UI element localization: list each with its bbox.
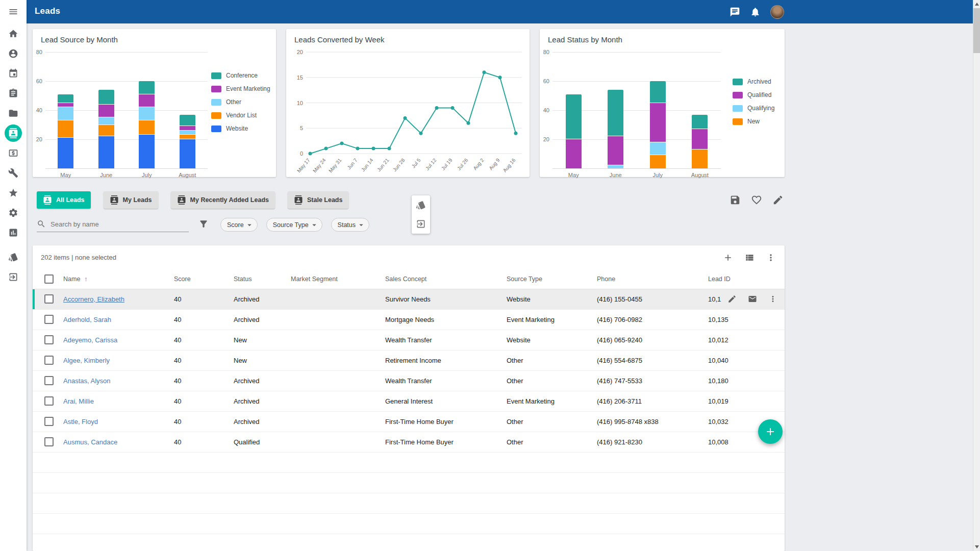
tab-label: All Leads xyxy=(56,196,85,204)
filter-chip-score[interactable]: Score xyxy=(220,218,258,232)
lead-name-link[interactable]: Accornero, Elizabeth xyxy=(63,295,124,303)
tab-stale-leads[interactable]: Stale Leads xyxy=(288,191,348,209)
row-checkbox[interactable] xyxy=(44,315,54,324)
table-row[interactable]: Adeyemo, Carissa40NewWealth TransferWebs… xyxy=(33,330,785,350)
page-scrollbar[interactable] xyxy=(973,0,980,551)
scrollbar-thumb[interactable] xyxy=(973,8,980,53)
lead-name-link[interactable]: Astle, Floyd xyxy=(63,418,98,425)
leads-icon xyxy=(110,195,119,205)
x-tick-label: June xyxy=(595,172,637,178)
cell-sales-concept: Retirement Income xyxy=(383,350,505,370)
row-checkbox[interactable] xyxy=(44,396,54,406)
tags-button[interactable] xyxy=(416,200,426,210)
row-checkbox[interactable] xyxy=(44,437,54,446)
svg-text:0: 0 xyxy=(300,151,303,157)
sidebar-item-tags[interactable] xyxy=(0,247,27,267)
row-pencil-button[interactable] xyxy=(727,294,737,304)
sidebar-item-tools[interactable] xyxy=(0,163,27,183)
filter-button[interactable] xyxy=(198,219,209,229)
scroll-down-arrow[interactable] xyxy=(975,545,979,548)
cell-score: 40 xyxy=(172,330,232,350)
row-checkbox[interactable] xyxy=(44,335,54,344)
plus-button[interactable] xyxy=(723,253,733,263)
lead-name-link[interactable]: Anastas, Alyson xyxy=(63,377,111,385)
bell-button[interactable] xyxy=(750,7,761,17)
table-row[interactable]: Ausmus, Candace40QualifiedFirst-Time Hom… xyxy=(33,432,785,452)
gear-icon xyxy=(8,208,18,218)
table-row[interactable]: Anastas, Alyson40ArchivedWealth Transfer… xyxy=(33,370,785,391)
row-checkbox[interactable] xyxy=(44,417,54,426)
search-input[interactable] xyxy=(51,220,189,228)
lead-name-link[interactable]: Aderhold, Sarah xyxy=(63,316,111,323)
table-row[interactable]: Accornero, Elizabeth40ArchivedSurvivor N… xyxy=(33,289,785,309)
save-icon xyxy=(730,194,741,206)
sidebar-item-leads[interactable] xyxy=(0,123,27,143)
sidebar-item-favorites[interactable] xyxy=(0,183,27,203)
col-header-name[interactable]: Name↑ xyxy=(61,269,172,289)
chat-button[interactable] xyxy=(730,7,740,17)
segment-other xyxy=(98,117,114,124)
segment-archived xyxy=(692,115,708,130)
col-header-source-type[interactable]: Source Type xyxy=(505,269,595,289)
pencil-button[interactable] xyxy=(772,194,784,206)
sidebar-item-logout[interactable] xyxy=(0,267,27,287)
user-avatar[interactable] xyxy=(770,5,784,19)
lead-id: 10,008 xyxy=(708,438,728,446)
cell-source-type: Event Marketing xyxy=(505,391,595,411)
table-row[interactable]: Arai, Millie40ArchivedGeneral InterestEv… xyxy=(33,391,785,411)
row-checkbox[interactable] xyxy=(44,376,54,385)
sidebar-item-menu[interactable] xyxy=(0,0,27,23)
sidebar-item-contacts[interactable] xyxy=(0,43,27,63)
lead-name-link[interactable]: Arai, Millie xyxy=(63,397,94,405)
select-all-checkbox[interactable] xyxy=(44,274,54,284)
sidebar-item-reports[interactable] xyxy=(0,222,27,242)
tab-my-recently-added-leads[interactable]: My Recently Added Leads xyxy=(171,191,275,209)
sidebar-item-activities[interactable] xyxy=(0,83,27,103)
bar-may xyxy=(58,94,73,168)
cell-score: 40 xyxy=(172,289,232,309)
row-checkbox[interactable] xyxy=(44,356,54,365)
caret-icon xyxy=(245,220,254,230)
sidebar-item-documents[interactable] xyxy=(0,103,27,123)
col-header-phone[interactable]: Phone xyxy=(595,269,706,289)
cell-score: 40 xyxy=(172,391,232,411)
kebab-button[interactable] xyxy=(766,253,776,263)
segment-qualified xyxy=(650,103,666,142)
topbar-icon-buttons xyxy=(730,7,761,17)
col-header-status[interactable]: Status xyxy=(232,269,289,289)
row-checkbox[interactable] xyxy=(44,294,54,304)
cell-phone: (416) 065-9240 xyxy=(595,330,706,350)
tab-my-leads[interactable]: My Leads xyxy=(104,191,158,209)
col-header-sales-concept[interactable]: Sales Concept xyxy=(383,269,505,289)
scroll-up-arrow[interactable] xyxy=(975,3,979,6)
exit-button[interactable] xyxy=(416,219,426,229)
sidebar-item-home[interactable] xyxy=(0,23,27,43)
add-lead-fab[interactable] xyxy=(758,419,783,444)
pencil-icon xyxy=(772,194,784,206)
cell-market-segment xyxy=(289,289,383,309)
sidebar-item-calendar[interactable] xyxy=(0,63,27,83)
sidebar-item-billing[interactable] xyxy=(0,143,27,163)
svg-text:Jul 26: Jul 26 xyxy=(456,157,469,171)
svg-text:Jun 28: Jun 28 xyxy=(392,157,406,172)
table-row[interactable]: Aderhold, Sarah40ArchivedMortgage NeedsE… xyxy=(33,309,785,330)
heart-button[interactable] xyxy=(751,194,762,206)
lead-name-link[interactable]: Adeyemo, Carissa xyxy=(63,336,117,344)
col-header-lead-id[interactable]: Lead ID xyxy=(706,269,785,289)
segment-qualified xyxy=(608,136,623,165)
tab-all-leads[interactable]: All Leads xyxy=(37,191,91,209)
line-chart-svg: 05101520May 17May 24May 31Jun 7Jun 14Jun… xyxy=(286,29,530,177)
list-button[interactable] xyxy=(744,253,755,263)
row-envelope-button[interactable] xyxy=(748,294,757,304)
sidebar-item-settings[interactable] xyxy=(0,203,27,222)
table-row[interactable]: Algee, Kimberly40NewRetirement IncomeOth… xyxy=(33,350,785,370)
table-row[interactable]: Astle, Floyd40ArchivedFirst-Time Home Bu… xyxy=(33,411,785,432)
filter-chip-source-type[interactable]: Source Type xyxy=(266,218,322,232)
filter-chip-status[interactable]: Status xyxy=(331,218,369,232)
col-header-market-segment[interactable]: Market Segment xyxy=(289,269,383,289)
row-kebab-button[interactable] xyxy=(768,294,777,304)
save-button[interactable] xyxy=(730,194,741,206)
lead-name-link[interactable]: Algee, Kimberly xyxy=(63,357,110,364)
col-header-score[interactable]: Score xyxy=(172,269,232,289)
lead-name-link[interactable]: Ausmus, Candace xyxy=(63,438,117,446)
